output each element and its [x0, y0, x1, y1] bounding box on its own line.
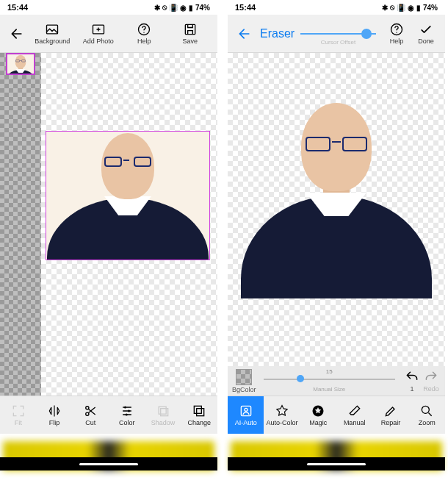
- nav-pill: [79, 463, 138, 465]
- save-button[interactable]: Save: [167, 22, 214, 45]
- cursor-offset-label: Cursor Offset: [321, 39, 355, 46]
- auto-color-button[interactable]: Auto-Color: [264, 396, 300, 434]
- bgcolor-swatch-icon: [236, 369, 252, 385]
- selected-photo[interactable]: [46, 131, 210, 260]
- redo-button[interactable]: Redo: [422, 370, 441, 393]
- repair-label: Repair: [381, 419, 401, 426]
- arrow-left-icon: [10, 26, 24, 41]
- bluetooth-icon: ✱: [154, 4, 160, 12]
- add-photo-button[interactable]: Add Photo: [76, 22, 122, 45]
- svg-point-7: [128, 410, 130, 412]
- ai-auto-icon: [239, 404, 253, 418]
- main-canvas[interactable]: [41, 53, 217, 396]
- svg-rect-9: [159, 407, 166, 414]
- sliders-icon: [120, 404, 134, 418]
- status-icons: ✱ ⦸ 📳 ◉ ▮ 74%: [382, 3, 438, 12]
- svg-point-6: [124, 407, 126, 409]
- size-value: 15: [326, 368, 333, 375]
- svg-rect-0: [47, 25, 58, 34]
- cursor-offset-slider[interactable]: Cursor Offset: [300, 23, 376, 45]
- top-toolbar: Eraser Cursor Offset Help Done: [228, 15, 445, 53]
- shadow-button[interactable]: Shadow: [145, 396, 181, 434]
- manual-size-slider[interactable]: 15 Manual Size: [264, 370, 395, 392]
- layer-thumbnail[interactable]: [6, 53, 35, 75]
- save-label: Save: [182, 37, 198, 45]
- arrow-left-icon: [237, 26, 252, 41]
- status-bar: 15:44 ✱ ⦸ 📳 ◉ ▮ 74%: [0, 0, 217, 15]
- battery-pct: 74%: [423, 4, 438, 12]
- zoom-button[interactable]: Zoom: [409, 396, 445, 434]
- magic-button[interactable]: Magic: [300, 396, 336, 434]
- battery-icon: ▮: [189, 4, 193, 12]
- screen-title: Eraser: [260, 27, 295, 40]
- bottom-toolbar: AI-Auto Auto-Color Magic Manual Repair Z…: [228, 396, 445, 434]
- canvas-area[interactable]: [0, 53, 217, 396]
- fit-button[interactable]: Fit: [0, 396, 36, 434]
- bottom-toolbar: Fit Flip Cut Color Shadow Change: [0, 396, 217, 434]
- magic-label: Magic: [309, 419, 327, 426]
- check-icon: [419, 22, 433, 37]
- battery-pct: 74%: [195, 4, 210, 12]
- background-label: Background: [35, 37, 70, 45]
- color-label: Color: [119, 419, 135, 426]
- slider-thumb[interactable]: [361, 29, 372, 39]
- vibrate-icon: 📳: [397, 4, 405, 12]
- top-toolbar: Background Add Photo Help Save: [0, 15, 217, 53]
- back-button[interactable]: [232, 26, 257, 41]
- color-button[interactable]: Color: [109, 396, 145, 434]
- help-icon: [137, 22, 151, 37]
- svg-rect-11: [195, 406, 202, 413]
- change-label: Change: [188, 419, 212, 426]
- flip-icon: [47, 404, 62, 418]
- slider-thumb[interactable]: [297, 375, 304, 382]
- svg-rect-3: [185, 24, 195, 34]
- undo-icon: [405, 370, 419, 384]
- add-photo-label: Add Photo: [83, 37, 114, 45]
- background-button[interactable]: Background: [29, 22, 76, 45]
- bgcolor-button[interactable]: BgColor: [232, 369, 256, 393]
- help-button[interactable]: Help: [382, 22, 411, 45]
- cutout-photo[interactable]: [228, 53, 445, 366]
- svg-point-8: [125, 414, 127, 416]
- back-button[interactable]: [4, 26, 29, 41]
- wifi-icon: ◉: [180, 4, 187, 12]
- done-button[interactable]: Done: [411, 22, 441, 45]
- nav-bar: [0, 457, 217, 471]
- redo-icon: [424, 370, 438, 384]
- left-screen: 15:44 ✱ ⦸ 📳 ◉ ▮ 74% Background Add Photo…: [0, 0, 217, 471]
- svg-point-17: [422, 406, 430, 413]
- manual-button[interactable]: Manual: [336, 396, 372, 434]
- cut-button[interactable]: Cut: [73, 396, 109, 434]
- redo-label: Redo: [423, 385, 439, 393]
- manual-label: Manual: [344, 419, 366, 426]
- shadow-label: Shadow: [151, 419, 176, 426]
- save-icon: [183, 22, 198, 37]
- bgcolor-label: BgColor: [232, 386, 256, 393]
- undo-button[interactable]: 1: [402, 370, 422, 393]
- scissors-icon: [83, 404, 98, 418]
- eraser-icon: [347, 404, 362, 418]
- brush-settings-row: BgColor 15 Manual Size 1 Redo: [228, 366, 445, 396]
- canvas-area[interactable]: [228, 53, 445, 366]
- flip-label: Flip: [49, 419, 60, 426]
- nav-bar: [228, 457, 445, 471]
- flip-button[interactable]: Flip: [36, 396, 72, 434]
- change-button[interactable]: Change: [181, 396, 217, 434]
- svg-rect-12: [197, 409, 204, 416]
- right-screen: 15:44 ✱ ⦸ 📳 ◉ ▮ 74% Eraser Cursor Offset…: [228, 0, 445, 471]
- done-label: Done: [418, 37, 434, 45]
- shadow-icon: [156, 404, 170, 418]
- star-outline-icon: [275, 404, 289, 418]
- dnd-icon: ⦸: [390, 3, 394, 12]
- ai-auto-button[interactable]: AI-Auto: [228, 396, 264, 434]
- help-button[interactable]: Help: [121, 22, 167, 45]
- manual-size-label: Manual Size: [313, 386, 345, 393]
- help-label: Help: [137, 37, 151, 45]
- zoom-label: Zoom: [419, 419, 436, 426]
- ai-auto-label: AI-Auto: [235, 419, 257, 426]
- svg-point-4: [86, 407, 89, 409]
- repair-button[interactable]: Repair: [372, 396, 408, 434]
- status-time: 15:44: [235, 3, 256, 12]
- vibrate-icon: 📳: [169, 4, 178, 12]
- auto-color-label: Auto-Color: [266, 419, 297, 426]
